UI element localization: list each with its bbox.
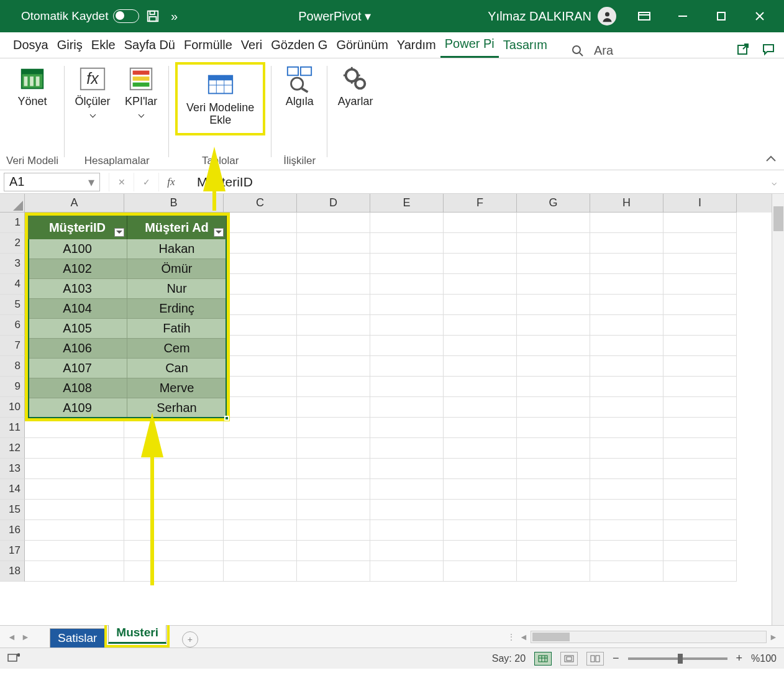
normal-view-icon[interactable] [534,652,552,666]
cell[interactable] [590,500,663,520]
save-icon[interactable] [145,9,160,24]
ribbon-mode-icon[interactable] [635,7,654,25]
column-header[interactable]: D [297,194,370,213]
tab-formulas[interactable]: Formülle [180,32,237,58]
cell[interactable] [297,561,370,582]
page-layout-view-icon[interactable] [560,652,578,666]
cell[interactable] [590,295,663,315]
cell[interactable] [370,254,444,274]
cell[interactable] [444,213,517,233]
cell[interactable] [444,418,517,438]
cell[interactable] [224,397,297,418]
fx-icon[interactable]: fx [158,173,183,191]
splitter-icon[interactable]: ⋮ [507,632,513,642]
cell[interactable] [663,541,737,561]
cell[interactable] [370,500,444,520]
more-commands[interactable]: » [166,9,181,24]
cell[interactable] [590,397,663,418]
table-cell[interactable]: Ömür [127,259,227,279]
cell[interactable] [370,356,444,377]
tab-insert[interactable]: Ekle [87,32,120,58]
cell[interactable] [370,397,444,418]
cell[interactable] [297,479,370,500]
cell[interactable] [124,459,224,479]
table-cell[interactable]: Hakan [127,239,227,259]
table-cell[interactable]: A107 [28,359,127,378]
cell[interactable] [663,213,737,233]
column-header[interactable]: E [370,194,444,213]
tab-review[interactable]: Gözden G [267,32,332,58]
table-row[interactable]: A103Nur [28,279,227,299]
cell[interactable] [517,254,590,274]
cell[interactable] [663,315,737,336]
detect-button[interactable]: Algıla [278,62,321,111]
cell[interactable] [517,500,590,520]
cell[interactable] [517,356,590,377]
table-cell[interactable]: A100 [28,239,127,259]
cell[interactable] [590,418,663,438]
tell-me-search[interactable]: Ara [572,43,613,58]
filter-dropdown-icon[interactable] [214,228,224,237]
cell[interactable] [224,561,297,582]
cell[interactable] [370,561,444,582]
cell[interactable] [224,356,297,377]
cell[interactable] [663,356,737,377]
table-row[interactable]: A106Cem [28,339,227,359]
table-cell[interactable]: Serhan [127,398,227,418]
collapse-ribbon-icon[interactable] [765,155,777,165]
accept-formula-icon[interactable]: ✓ [134,173,158,191]
column-header[interactable]: G [517,194,590,213]
cell[interactable] [517,459,590,479]
sheet-nav-next-icon[interactable]: ► [19,630,32,644]
cell[interactable] [124,520,224,541]
cell[interactable] [124,500,224,520]
manage-button[interactable]: Yönet [11,62,54,111]
cell[interactable] [517,397,590,418]
cell[interactable] [224,315,297,336]
cell[interactable] [663,479,737,500]
cell[interactable] [444,397,517,418]
cell[interactable] [224,500,297,520]
scroll-thumb[interactable] [532,633,570,641]
cell[interactable] [124,438,224,459]
cell[interactable] [517,438,590,459]
cell[interactable] [517,315,590,336]
name-box[interactable]: A1 ▾ [4,173,100,191]
cell[interactable] [517,274,590,295]
zoom-level[interactable]: %100 [751,653,777,664]
title-dropdown-icon[interactable]: ▾ [365,9,371,24]
table-cell[interactable]: Cem [127,339,227,359]
cell[interactable] [444,254,517,274]
row-header[interactable]: 7 [0,336,25,356]
table-cell[interactable]: A105 [28,319,127,339]
cell[interactable] [224,479,297,500]
cell[interactable] [590,274,663,295]
cell[interactable] [517,295,590,315]
cell[interactable] [297,418,370,438]
zoom-out-button[interactable]: − [613,652,619,665]
table-cell[interactable]: A106 [28,339,127,359]
cell[interactable] [370,233,444,254]
table-row[interactable]: A105Fatih [28,319,227,339]
row-header[interactable]: 12 [0,438,25,459]
cell[interactable] [297,500,370,520]
formula-input[interactable]: MüşteriID [188,175,764,190]
column-header[interactable]: C [224,194,297,213]
sheet-nav-prev-icon[interactable]: ◄ [5,630,19,644]
table-cell[interactable]: A103 [28,279,127,299]
cell[interactable] [25,520,124,541]
cell[interactable] [224,459,297,479]
table-cell[interactable]: Fatih [127,319,227,339]
table-row[interactable]: A102Ömür [28,259,227,279]
row-header[interactable]: 4 [0,274,25,295]
cell[interactable] [444,336,517,356]
tab-view[interactable]: Görünüm [332,32,392,58]
cell[interactable] [444,274,517,295]
select-all-corner[interactable] [0,194,25,213]
horizontal-scrollbar[interactable]: ⋮ ◄ ► [503,630,784,644]
cell[interactable] [590,315,663,336]
expand-formula-bar-icon[interactable]: ⌵ [764,177,784,187]
row-header[interactable]: 11 [0,418,25,438]
toggle-off-icon[interactable] [113,9,139,23]
zoom-slider[interactable] [628,657,727,660]
